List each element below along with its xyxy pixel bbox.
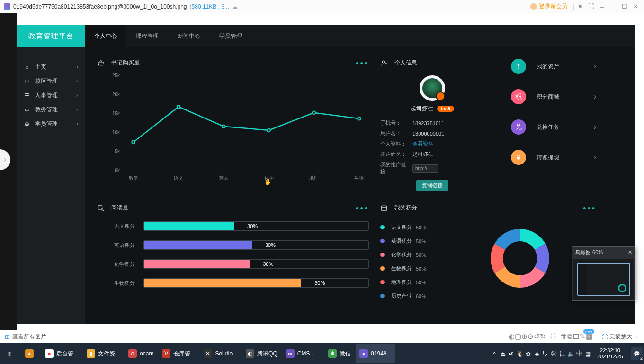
tray-icon[interactable]: ⏏	[499, 350, 507, 357]
grid-icon[interactable]: ⊞	[5, 334, 9, 340]
card-menu-icon[interactable]: •••	[356, 204, 369, 214]
minimize-icon[interactable]: —	[608, 3, 618, 10]
taskbar-item[interactable]: o ocam	[125, 344, 157, 363]
viewer-tool[interactable]: 🗑	[560, 332, 567, 340]
app-window: 01949d5de77750a801213853fae8eb.png@3000w…	[0, 0, 644, 364]
sidebar-item[interactable]: ◒学员管理 ›	[17, 117, 85, 131]
maximize-icon[interactable]: ☐	[620, 3, 629, 10]
tray-icon[interactable]: 🔈	[567, 350, 575, 357]
bar-label: 语文积分	[97, 223, 135, 230]
pin-icon[interactable]: ⫠	[598, 3, 607, 10]
legend-pct: 50%	[416, 266, 426, 272]
card-menu-icon[interactable]: •••	[583, 204, 596, 214]
viewer-tool[interactable]: ⊖	[528, 332, 534, 340]
url-box[interactable]: http://...	[412, 164, 438, 173]
expand-icon[interactable]: ⛶	[602, 334, 608, 340]
tray-icon[interactable]: ▦	[584, 350, 592, 357]
legend-row: 英语积分 50%	[380, 237, 447, 245]
taskbar-app-icon: ▮	[87, 349, 95, 358]
viewer-tool[interactable]: 〈	[546, 332, 553, 340]
zoom-label[interactable]: 无损放大 ：	[609, 333, 639, 341]
action-label: 转账提现	[537, 154, 594, 162]
taskbar-item[interactable]: ● 后台管...	[41, 344, 82, 363]
clock[interactable]: 22:32:10 2021/12/25	[597, 347, 623, 360]
tray-icon[interactable]: ⛉	[541, 350, 550, 357]
menu-icon: ⌂	[24, 64, 30, 70]
info-value: 起司虾仁	[412, 151, 433, 158]
bar-track: 30%	[143, 259, 369, 269]
tray-icon[interactable]: ♣	[533, 350, 541, 357]
donut-chart	[480, 218, 560, 299]
user-icon	[380, 59, 388, 67]
taskbar-item[interactable]: ⊞	[1, 344, 20, 363]
tray-icon[interactable]: 中	[575, 349, 584, 358]
chart-area: 0k5k10k15k20k25k 数学语文英语化学地理生物	[103, 75, 369, 184]
tray-icon[interactable]: 🕫	[507, 350, 516, 357]
action-tile[interactable]: 积 积分商城 ›	[511, 89, 596, 104]
nav-tab[interactable]: 个人中心	[85, 25, 126, 47]
taskbar-item[interactable]: ▲	[21, 344, 40, 363]
taskbar-item[interactable]: ▮ 文件资...	[83, 344, 124, 363]
action-tile[interactable]: ⇡ 我的资产 ›	[511, 59, 596, 74]
menu-icon: ▭	[24, 106, 30, 113]
x-tick: 化学	[264, 175, 274, 182]
viewer-tool[interactable]: ⧉	[567, 332, 572, 340]
viewer-tool[interactable]: 〉	[553, 332, 560, 340]
file-name: 01949d5de77750a801213853fae8eb.png@3000w…	[13, 3, 187, 10]
sidebar-item[interactable]: ☰人事管理 ›	[17, 88, 85, 102]
avatar	[420, 75, 445, 101]
taskbar-item[interactable]: ✱ 微信	[324, 344, 355, 363]
taskbar-item-label: 后台管...	[56, 350, 78, 358]
viewer-tool[interactable]: ◐	[509, 332, 515, 340]
close-icon[interactable]: ✕	[628, 249, 632, 255]
menu-icon: ◒	[24, 120, 30, 127]
viewer-tool[interactable]: ⊕	[521, 332, 528, 340]
info-value[interactable]: 查看资料	[412, 140, 433, 147]
tray-icon[interactable]: ✿	[524, 350, 533, 357]
cloud-icon[interactable]: ☁	[232, 3, 238, 10]
sidebar-item[interactable]: ◌校区管理 ›	[17, 74, 85, 88]
notification-button[interactable]: 💬2	[631, 347, 643, 360]
birdview-preview[interactable]	[573, 259, 634, 300]
action-tile[interactable]: 兑 兑换任务 ›	[511, 119, 596, 135]
nav-tab[interactable]: 新闻中心	[168, 25, 210, 47]
viewer-toolbar: ⊞ 查看所有图片 ◐▢⊕⊖↺↻〈〉🗑⧉⧠✎▦new ⛶ 无损放大 ：	[0, 330, 644, 343]
chevron-right-icon: ›	[594, 92, 596, 101]
viewer-tool[interactable]: ↻	[540, 332, 546, 340]
tray-icon[interactable]: 🐧	[516, 350, 524, 357]
action-tile[interactable]: ¥ 转账提现 ›	[511, 150, 596, 165]
sidebar-item[interactable]: ▭教务管理 ›	[17, 102, 85, 117]
birdview-panel[interactable]: 鸟瞰图 60% ✕	[572, 246, 635, 301]
close-icon[interactable]: ✕	[631, 3, 640, 10]
taskbar-item[interactable]: ▲ 01949...	[356, 344, 395, 363]
info-value: 18923751011	[412, 120, 444, 126]
viewer-tool[interactable]: ▢	[515, 332, 521, 340]
info-row: 手机号：18923751011	[380, 119, 484, 127]
taskbar-item[interactable]: ∞ CMS - ...	[282, 344, 323, 363]
taskbar-app-icon: ∞	[286, 349, 295, 358]
member-login-link[interactable]: 登录领会员	[530, 2, 567, 10]
tray-icon[interactable]: ⬱	[558, 350, 567, 357]
sidebar-item-label: 教务管理	[35, 106, 58, 114]
tray-icon[interactable]: ㊢	[550, 349, 558, 358]
nav-tab[interactable]: 课程管理	[126, 25, 168, 47]
legend-row: 语文积分 50%	[380, 224, 447, 231]
copy-link-button[interactable]: 复制链接	[416, 180, 448, 191]
eye-search-icon	[97, 204, 105, 212]
fullscreen-icon[interactable]: ⛶	[587, 3, 596, 10]
taskbar-item[interactable]: ✕ Solutio...	[200, 344, 241, 363]
viewer-tool[interactable]: ⧠	[572, 332, 580, 340]
tray-icon[interactable]: ^	[490, 350, 499, 357]
viewer-tool[interactable]: ↺	[534, 332, 540, 340]
nav-tab[interactable]: 学员管理	[210, 25, 251, 47]
profile-title: 个人信息	[394, 59, 417, 67]
taskbar-item-label: CMS - ...	[297, 350, 320, 357]
all-images-label[interactable]: 查看所有图片	[12, 333, 46, 341]
card-menu-icon[interactable]: •••	[356, 59, 369, 69]
taskbar-app-icon: ✕	[204, 349, 212, 358]
chevron-right-icon: ›	[76, 64, 78, 70]
taskbar-item[interactable]: V 仓库管...	[158, 344, 199, 363]
menu-icon[interactable]: ≡	[575, 3, 585, 10]
taskbar-item[interactable]: ◐ 腾讯QQ	[242, 344, 281, 363]
sidebar-item[interactable]: ⌂主页 ›	[17, 60, 85, 74]
